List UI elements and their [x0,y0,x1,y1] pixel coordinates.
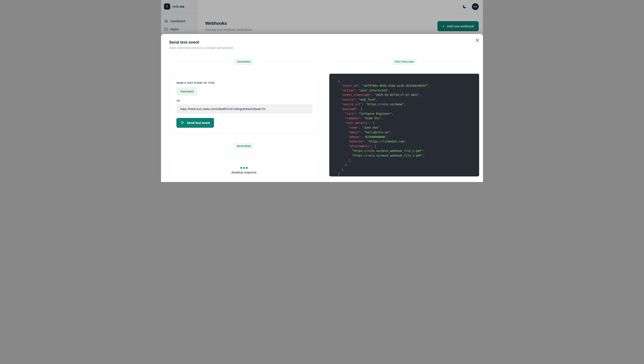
event-type-label: SEND A TEST EVENT OF TYPE [176,82,311,84]
code-line: "https://role.so/mock_webhook_file_2.pdf… [335,154,475,158]
code-line: "source": "web_form", [335,98,475,102]
code-line: "https://role.so/mock_webhook_file_1.pdf… [335,149,475,154]
code-line: "source_url": "https://role.so/demo", [335,102,475,107]
divider-line [421,62,479,62]
json-payload-code: { "event_id": "a9f9f96a-0b5b-418a-ac3b-2… [329,74,479,176]
webhook-url-input[interactable] [176,104,312,114]
code-line: "attachments": [ [335,144,475,149]
payload-section-label: TEST PAYLOAD [392,58,417,65]
payload-column: TEST PAYLOAD { "event_id": "a9f9f96a-0b5… [329,50,479,182]
code-line: "action": "user_interested", [335,88,475,93]
to-label: TO [176,100,311,102]
code-line: }, [335,167,475,172]
response-card: Awaiting response [169,158,319,182]
code-line: "company": "Acme Inc", [335,116,475,121]
close-button[interactable] [474,38,480,43]
loading-dots-icon [240,167,248,169]
code-line: "website": "https://linkedin.com", [335,139,475,144]
app-screen: r role.so Dashboard Packs [161,0,483,182]
divider-line [257,62,319,62]
code-line: "role": "Software Engineer", [335,112,475,116]
code-line: "phone": "07900000000", [335,135,475,140]
code-line: ], [335,158,475,163]
code-line: "email": "hello@role.so", [335,130,475,135]
scenario-section-label: SCENARIO [234,58,254,65]
payload-section-divider: TEST PAYLOAD [329,58,479,65]
code-line: "event_id": "a9f9f96a-0b5b-418a-ac3b-2b3… [335,84,475,88]
send-test-event-button[interactable]: Send test event [176,118,214,128]
scenario-section-divider: SCENARIO [169,58,319,65]
response-section-label: RESPONSE [234,143,254,149]
code-line: "payload": { [335,107,475,112]
modal-title: Send test event [169,40,475,45]
modal-subtitle: Save interested events to a Google sprea… [169,46,475,50]
code-line: "event_timestamp": "2025-03-02T10:27:07.… [335,93,475,98]
divider-line [169,146,230,146]
event-type-value: Interested [180,90,193,93]
scenario-column: SCENARIO SEND A TEST EVENT OF TYPE Inter… [169,50,319,182]
code-line: }, [335,162,475,167]
divider-line [258,146,319,146]
code-line: "name": "Jane Doe", [335,126,475,130]
code-line: } [335,172,475,176]
awaiting-response-text: Awaiting response [231,171,256,174]
modal-header: Send test event Save interested events t… [161,34,483,50]
code-line: "user_details": { [335,121,475,126]
send-icon [181,120,185,125]
event-type-chip[interactable]: Interested [176,87,197,96]
divider-line [169,62,230,62]
close-icon [476,38,479,43]
modal-body: SCENARIO SEND A TEST EVENT OF TYPE Inter… [161,50,483,182]
response-section-divider: RESPONSE [169,143,319,149]
scenario-card: SEND A TEST EVENT OF TYPE Interested TO … [169,74,319,134]
code-line: { [335,79,475,84]
divider-line [329,62,388,62]
send-test-event-modal: Send test event Save interested events t… [161,34,483,182]
send-button-label: Send test event [187,121,210,124]
